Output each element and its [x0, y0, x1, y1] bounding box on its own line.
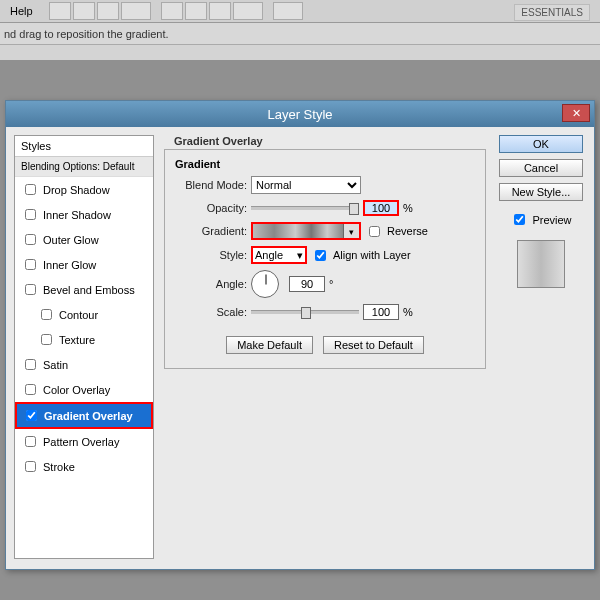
label-reverse: Reverse — [387, 225, 428, 237]
style-item-texture[interactable]: Texture — [15, 327, 153, 352]
percent-label: % — [403, 202, 413, 214]
angle-dial[interactable] — [251, 270, 279, 298]
scale-slider[interactable] — [251, 310, 359, 314]
blend-mode-select[interactable]: Normal — [251, 176, 361, 194]
menu-help[interactable]: Help — [4, 5, 39, 17]
blending-options-item[interactable]: Blending Options: Default — [15, 157, 153, 177]
style-label: Drop Shadow — [43, 184, 110, 196]
toolbar-dropdown-3[interactable] — [273, 2, 303, 20]
styles-list: Styles Blending Options: Default Drop Sh… — [14, 135, 154, 559]
degree-label: ° — [329, 278, 333, 290]
style-value: Angle — [255, 249, 283, 261]
style-item-bevel[interactable]: Bevel and Emboss — [15, 277, 153, 302]
label-blend-mode: Blend Mode: — [175, 179, 247, 191]
style-item-outer-glow[interactable]: Outer Glow — [15, 227, 153, 252]
section-title-gradient-overlay: Gradient Overlay — [174, 135, 486, 147]
sub-section-gradient: Gradient — [175, 158, 475, 170]
toolbar-align-6[interactable] — [209, 2, 231, 20]
style-label: Gradient Overlay — [44, 410, 133, 422]
style-label: Bevel and Emboss — [43, 284, 135, 296]
checkbox-stroke[interactable] — [25, 461, 36, 472]
opacity-slider-thumb[interactable] — [349, 203, 359, 215]
label-angle: Angle: — [175, 278, 247, 290]
style-label: Satin — [43, 359, 68, 371]
style-label: Stroke — [43, 461, 75, 473]
angle-input[interactable] — [289, 276, 325, 292]
styles-header[interactable]: Styles — [15, 136, 153, 157]
checkbox-inner-shadow[interactable] — [25, 209, 36, 220]
style-label: Inner Glow — [43, 259, 96, 271]
preview-checkbox[interactable] — [514, 214, 525, 225]
gradient-swatch-picker[interactable]: ▾ — [251, 222, 361, 240]
style-item-pattern-overlay[interactable]: Pattern Overlay — [15, 429, 153, 454]
style-label: Color Overlay — [43, 384, 110, 396]
dialog-title: Layer Style — [267, 107, 332, 122]
toolbar-align-3[interactable] — [97, 2, 119, 20]
ok-button[interactable]: OK — [499, 135, 583, 153]
chevron-down-icon: ▾ — [297, 249, 303, 262]
style-item-satin[interactable]: Satin — [15, 352, 153, 377]
toolbar-align-2[interactable] — [73, 2, 95, 20]
style-label: Pattern Overlay — [43, 436, 119, 448]
checkbox-texture[interactable] — [41, 334, 52, 345]
chevron-down-icon[interactable]: ▾ — [343, 224, 359, 238]
new-style-button[interactable]: New Style... — [499, 183, 583, 201]
checkbox-drop-shadow[interactable] — [25, 184, 36, 195]
checkbox-bevel[interactable] — [25, 284, 36, 295]
preview-swatch — [517, 240, 565, 288]
style-item-stroke[interactable]: Stroke — [15, 454, 153, 479]
style-item-gradient-overlay[interactable]: Gradient Overlay — [15, 402, 153, 429]
checkbox-satin[interactable] — [25, 359, 36, 370]
opacity-input[interactable] — [363, 200, 399, 216]
workspace-essentials-button[interactable]: ESSENTIALS — [514, 4, 590, 21]
style-item-inner-shadow[interactable]: Inner Shadow — [15, 202, 153, 227]
label-style: Style: — [175, 249, 247, 261]
toolbar-align-5[interactable] — [185, 2, 207, 20]
scale-input[interactable] — [363, 304, 399, 320]
checkbox-gradient-overlay[interactable] — [26, 410, 37, 421]
checkbox-outer-glow[interactable] — [25, 234, 36, 245]
scale-slider-thumb[interactable] — [301, 307, 311, 319]
layer-style-dialog: Layer Style ✕ Styles Blending Options: D… — [5, 100, 595, 570]
style-item-drop-shadow[interactable]: Drop Shadow — [15, 177, 153, 202]
label-opacity: Opacity: — [175, 202, 247, 214]
checkbox-inner-glow[interactable] — [25, 259, 36, 270]
toolbar-dropdown-2[interactable] — [233, 2, 263, 20]
percent-label: % — [403, 306, 413, 318]
style-label: Contour — [59, 309, 98, 321]
style-item-color-overlay[interactable]: Color Overlay — [15, 377, 153, 402]
toolbar-dropdown-1[interactable] — [121, 2, 151, 20]
style-item-contour[interactable]: Contour — [15, 302, 153, 327]
gradient-fieldset: Gradient Blend Mode: Normal Opacity: % G… — [164, 149, 486, 369]
dialog-titlebar[interactable]: Layer Style ✕ — [6, 101, 594, 127]
style-label: Inner Shadow — [43, 209, 111, 221]
toolbar-align-4[interactable] — [161, 2, 183, 20]
label-gradient: Gradient: — [175, 225, 247, 237]
tool-hint-text: nd drag to reposition the gradient. — [4, 28, 169, 40]
reverse-checkbox[interactable] — [369, 226, 380, 237]
opacity-slider[interactable] — [251, 206, 359, 210]
style-label: Texture — [59, 334, 95, 346]
make-default-button[interactable]: Make Default — [226, 336, 313, 354]
style-select[interactable]: Angle▾ — [251, 246, 307, 264]
reset-default-button[interactable]: Reset to Default — [323, 336, 424, 354]
label-scale: Scale: — [175, 306, 247, 318]
cancel-button[interactable]: Cancel — [499, 159, 583, 177]
close-icon[interactable]: ✕ — [562, 104, 590, 122]
checkbox-color-overlay[interactable] — [25, 384, 36, 395]
label-align: Align with Layer — [333, 249, 411, 261]
checkbox-pattern-overlay[interactable] — [25, 436, 36, 447]
label-preview: Preview — [532, 214, 571, 226]
checkbox-contour[interactable] — [41, 309, 52, 320]
toolbar-align-1[interactable] — [49, 2, 71, 20]
style-item-inner-glow[interactable]: Inner Glow — [15, 252, 153, 277]
align-with-layer-checkbox[interactable] — [315, 250, 326, 261]
style-label: Outer Glow — [43, 234, 99, 246]
